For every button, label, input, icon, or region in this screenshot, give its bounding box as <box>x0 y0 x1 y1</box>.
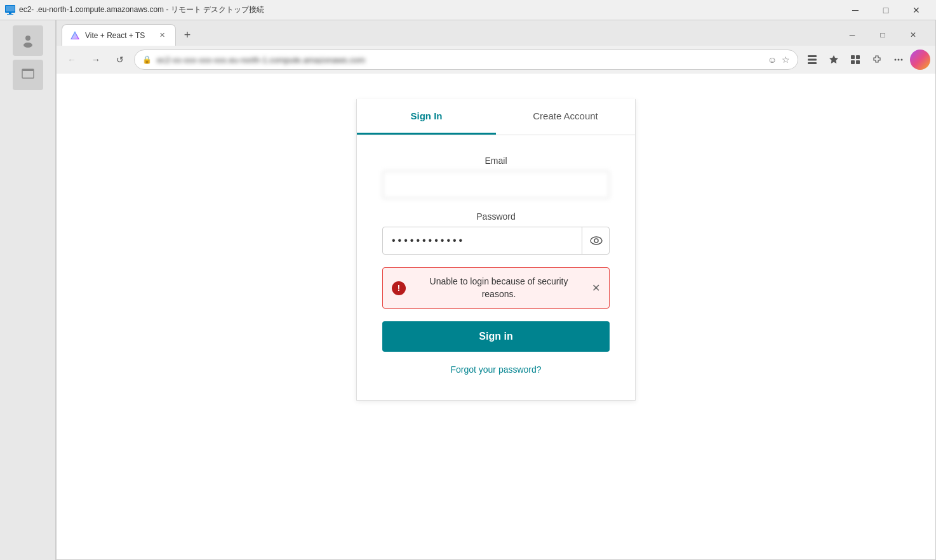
rdp-title-text: ec2- .eu-north-1.compute.amazonaws.com -… <box>19 4 841 15</box>
password-form-group: Password <box>382 211 610 255</box>
svg-point-21 <box>594 239 598 243</box>
refresh-button[interactable]: ↺ <box>110 50 130 70</box>
rdp-titlebar: ec2- .eu-north-1.compute.amazonaws.com -… <box>0 0 936 20</box>
tab-sign-in[interactable]: Sign In <box>357 99 496 135</box>
rdp-left-panel <box>0 20 56 560</box>
email-label: Email <box>382 156 610 166</box>
svg-rect-16 <box>856 60 860 64</box>
svg-rect-12 <box>808 62 817 64</box>
rdp-maximize-button[interactable]: □ <box>871 0 900 20</box>
email-input[interactable] <box>382 171 610 199</box>
browser-profile-button[interactable] <box>910 50 930 70</box>
browser-minimize-button[interactable]: ─ <box>838 25 867 44</box>
browser-window: Vite + React + TS ✕ + ─ □ ✕ ← → ↺ 🔒 ec2-… <box>56 20 936 560</box>
svg-rect-15 <box>851 60 855 64</box>
login-page: Sign In Create Account Email Pass <box>57 74 935 559</box>
back-button[interactable]: ← <box>62 50 82 70</box>
address-url: ec2-xx-xxx-xxx-xxx.eu-north-1.compute.am… <box>157 55 763 65</box>
signin-button[interactable]: Sign in <box>382 321 610 352</box>
svg-rect-2 <box>7 14 13 15</box>
rdp-icon <box>5 5 15 15</box>
address-bar[interactable]: 🔒 ec2-xx-xxx-xxx-xxx.eu-north-1.compute.… <box>134 50 798 70</box>
new-tab-button[interactable]: + <box>178 26 196 44</box>
password-wrapper <box>382 227 610 255</box>
password-toggle-button[interactable] <box>582 227 610 255</box>
error-message: Unable to login because of security reas… <box>412 276 585 300</box>
error-close-button[interactable]: ✕ <box>592 283 600 293</box>
svg-rect-7 <box>22 69 34 71</box>
address-emoji-button[interactable]: ☺ <box>768 55 777 65</box>
browser-navbar: ← → ↺ 🔒 ec2-xx-xxx-xxx-xxx.eu-north-1.co… <box>57 46 935 74</box>
address-star-button[interactable]: ☆ <box>782 55 790 65</box>
error-icon: ! <box>392 281 406 295</box>
collections-button[interactable] <box>845 50 866 70</box>
email-form-group: Email <box>382 156 610 199</box>
svg-rect-3 <box>6 6 15 11</box>
more-button[interactable] <box>888 50 909 70</box>
rdp-minimize-button[interactable]: ─ <box>841 0 870 20</box>
svg-rect-11 <box>808 59 817 61</box>
favorites-button[interactable] <box>824 50 844 70</box>
browser-tab-active[interactable]: Vite + React + TS ✕ <box>62 24 176 46</box>
svg-rect-10 <box>808 55 817 57</box>
login-form: Email Password <box>357 135 635 400</box>
browser-tabbar: Vite + React + TS ✕ + ─ □ ✕ <box>57 20 935 46</box>
login-card: Sign In Create Account Email Pass <box>356 99 636 401</box>
browser-tab-close-button[interactable]: ✕ <box>156 30 168 41</box>
rdp-close-button[interactable]: ✕ <box>902 0 931 20</box>
password-label: Password <box>382 211 610 222</box>
svg-rect-13 <box>851 55 855 59</box>
svg-point-17 <box>895 59 897 61</box>
error-alert: ! Unable to login because of security re… <box>382 267 610 309</box>
vite-favicon <box>70 30 80 41</box>
browser-maximize-button[interactable]: □ <box>868 25 897 44</box>
tab-create-account[interactable]: Create Account <box>496 99 635 135</box>
svg-rect-1 <box>9 13 11 14</box>
svg-rect-14 <box>856 55 860 59</box>
login-tabs: Sign In Create Account <box>357 99 635 135</box>
svg-point-19 <box>901 59 903 61</box>
browser-close-button[interactable]: ✕ <box>899 25 928 44</box>
address-lock-icon: 🔒 <box>142 55 152 64</box>
svg-point-5 <box>23 43 32 48</box>
browser-chrome: Vite + React + TS ✕ + ─ □ ✕ ← → ↺ 🔒 ec2-… <box>57 20 935 74</box>
svg-point-18 <box>898 59 900 61</box>
tab-search-button[interactable] <box>802 50 822 70</box>
forgot-password-link[interactable]: Forgot your password? <box>382 364 610 375</box>
password-input[interactable] <box>382 227 610 255</box>
extensions-button[interactable] <box>867 50 887 70</box>
forward-button[interactable]: → <box>86 50 106 70</box>
browser-content: Sign In Create Account Email Pass <box>57 74 935 559</box>
browser-window-controls: ─ □ ✕ <box>838 25 930 44</box>
rdp-window-controls: ─ □ ✕ <box>841 0 931 20</box>
browser-tab-label: Vite + React + TS <box>85 31 151 40</box>
rdp-left-icon-window[interactable] <box>13 60 43 90</box>
rdp-left-icon-user[interactable] <box>13 25 43 56</box>
svg-point-20 <box>591 237 602 244</box>
svg-point-4 <box>25 36 30 41</box>
browser-toolbar-right <box>802 50 930 70</box>
